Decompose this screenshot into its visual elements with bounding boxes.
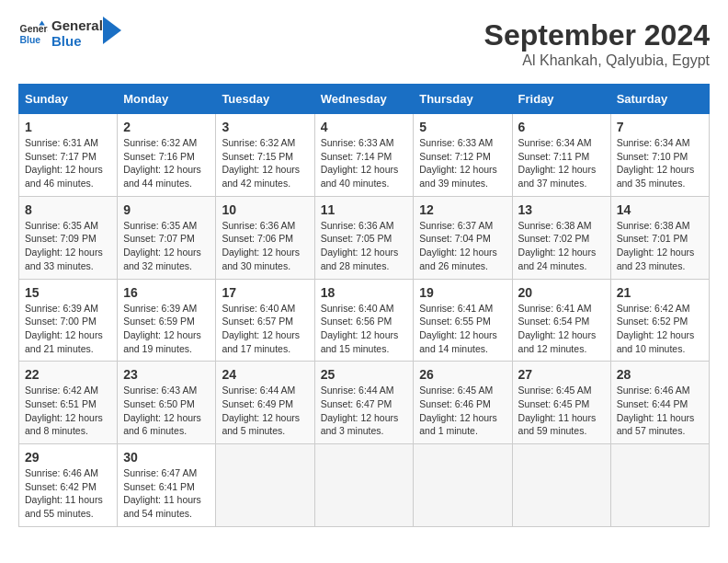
day-info: Sunrise: 6:36 AM Sunset: 7:06 PM Dayligh…: [222, 219, 308, 273]
day-info: Sunrise: 6:44 AM Sunset: 6:49 PM Dayligh…: [222, 384, 308, 438]
calendar-cell: 22 Sunrise: 6:42 AM Sunset: 6:51 PM Dayl…: [19, 362, 118, 444]
calendar-cell: [512, 444, 610, 527]
day-info: Sunrise: 6:42 AM Sunset: 6:51 PM Dayligh…: [25, 384, 111, 438]
calendar-cell: 3 Sunrise: 6:32 AM Sunset: 7:15 PM Dayli…: [216, 114, 314, 197]
header-friday: Friday: [512, 85, 610, 114]
day-info: Sunrise: 6:44 AM Sunset: 6:47 PM Dayligh…: [321, 384, 408, 438]
calendar-cell: 17 Sunrise: 6:40 AM Sunset: 6:57 PM Dayl…: [216, 279, 314, 362]
calendar-cell: 13 Sunrise: 6:38 AM Sunset: 7:02 PM Dayl…: [512, 196, 610, 279]
day-info: Sunrise: 6:38 AM Sunset: 7:01 PM Dayligh…: [617, 219, 703, 273]
day-number: 12: [419, 202, 506, 217]
day-number: 24: [222, 367, 308, 382]
day-number: 20: [518, 285, 605, 300]
day-info: Sunrise: 6:37 AM Sunset: 7:04 PM Dayligh…: [419, 219, 506, 273]
svg-text:Blue: Blue: [20, 34, 41, 44]
calendar-cell: 29 Sunrise: 6:46 AM Sunset: 6:42 PM Dayl…: [19, 444, 118, 527]
day-number: 25: [321, 367, 408, 382]
day-info: Sunrise: 6:35 AM Sunset: 7:07 PM Dayligh…: [123, 219, 210, 273]
day-info: Sunrise: 6:32 AM Sunset: 7:15 PM Dayligh…: [222, 136, 308, 190]
day-info: Sunrise: 6:46 AM Sunset: 6:42 PM Dayligh…: [25, 466, 111, 521]
day-info: Sunrise: 6:40 AM Sunset: 6:56 PM Dayligh…: [321, 302, 408, 356]
day-info: Sunrise: 6:41 AM Sunset: 6:54 PM Dayligh…: [518, 302, 605, 356]
calendar-cell: 8 Sunrise: 6:35 AM Sunset: 7:09 PM Dayli…: [19, 196, 118, 279]
day-number: 29: [25, 450, 111, 465]
calendar-cell: 25 Sunrise: 6:44 AM Sunset: 6:47 PM Dayl…: [314, 362, 414, 444]
calendar-cell: 2 Sunrise: 6:32 AM Sunset: 7:16 PM Dayli…: [118, 114, 216, 197]
day-number: 8: [25, 202, 111, 217]
day-info: Sunrise: 6:35 AM Sunset: 7:09 PM Dayligh…: [25, 219, 111, 273]
header-tuesday: Tuesday: [216, 85, 314, 114]
day-number: 9: [123, 202, 210, 217]
calendar-cell: 18 Sunrise: 6:40 AM Sunset: 6:56 PM Dayl…: [314, 279, 414, 362]
header-sunday: Sunday: [19, 85, 118, 114]
calendar-table: SundayMondayTuesdayWednesdayThursdayFrid…: [18, 84, 710, 527]
day-info: Sunrise: 6:41 AM Sunset: 6:55 PM Dayligh…: [419, 302, 506, 356]
header-saturday: Saturday: [610, 85, 709, 114]
logo-blue: Blue: [51, 34, 103, 50]
day-number: 21: [617, 285, 703, 300]
day-info: Sunrise: 6:40 AM Sunset: 6:57 PM Dayligh…: [222, 302, 308, 356]
day-number: 10: [222, 202, 308, 217]
calendar-cell: 30 Sunrise: 6:47 AM Sunset: 6:41 PM Dayl…: [118, 444, 216, 527]
day-number: 28: [617, 367, 703, 382]
page-header: General Blue General Blue September 2024…: [18, 18, 710, 69]
calendar-cell: [314, 444, 414, 527]
calendar-cell: 10 Sunrise: 6:36 AM Sunset: 7:06 PM Dayl…: [216, 196, 314, 279]
location-title: Al Khankah, Qalyubia, Egypt: [484, 52, 710, 69]
day-number: 30: [123, 450, 210, 465]
day-number: 15: [25, 285, 111, 300]
calendar-week-row: 1 Sunrise: 6:31 AM Sunset: 7:17 PM Dayli…: [19, 114, 710, 197]
calendar-week-row: 29 Sunrise: 6:46 AM Sunset: 6:42 PM Dayl…: [19, 444, 710, 527]
calendar-cell: 27 Sunrise: 6:45 AM Sunset: 6:45 PM Dayl…: [512, 362, 610, 444]
day-number: 27: [518, 367, 605, 382]
calendar-cell: 23 Sunrise: 6:43 AM Sunset: 6:50 PM Dayl…: [118, 362, 216, 444]
calendar-week-row: 22 Sunrise: 6:42 AM Sunset: 6:51 PM Dayl…: [19, 362, 710, 444]
day-number: 5: [419, 120, 506, 134]
calendar-cell: 1 Sunrise: 6:31 AM Sunset: 7:17 PM Dayli…: [19, 114, 118, 197]
day-number: 2: [123, 120, 210, 134]
day-info: Sunrise: 6:45 AM Sunset: 6:46 PM Dayligh…: [419, 384, 506, 438]
calendar-cell: 12 Sunrise: 6:37 AM Sunset: 7:04 PM Dayl…: [414, 196, 512, 279]
day-info: Sunrise: 6:46 AM Sunset: 6:44 PM Dayligh…: [617, 384, 703, 438]
day-info: Sunrise: 6:31 AM Sunset: 7:17 PM Dayligh…: [25, 136, 111, 190]
day-info: Sunrise: 6:33 AM Sunset: 7:14 PM Dayligh…: [321, 136, 408, 190]
calendar-cell: 9 Sunrise: 6:35 AM Sunset: 7:07 PM Dayli…: [118, 196, 216, 279]
day-info: Sunrise: 6:39 AM Sunset: 6:59 PM Dayligh…: [123, 302, 210, 356]
day-number: 17: [222, 285, 308, 300]
day-info: Sunrise: 6:34 AM Sunset: 7:11 PM Dayligh…: [518, 136, 605, 190]
calendar-cell: 11 Sunrise: 6:36 AM Sunset: 7:05 PM Dayl…: [314, 196, 414, 279]
day-number: 23: [123, 367, 210, 382]
day-info: Sunrise: 6:36 AM Sunset: 7:05 PM Dayligh…: [321, 219, 408, 273]
logo: General Blue General Blue: [18, 18, 121, 49]
calendar-week-row: 8 Sunrise: 6:35 AM Sunset: 7:09 PM Dayli…: [19, 196, 710, 279]
calendar-week-row: 15 Sunrise: 6:39 AM Sunset: 7:00 PM Dayl…: [19, 279, 710, 362]
day-number: 16: [123, 285, 210, 300]
day-info: Sunrise: 6:34 AM Sunset: 7:10 PM Dayligh…: [617, 136, 703, 190]
day-info: Sunrise: 6:42 AM Sunset: 6:52 PM Dayligh…: [617, 302, 703, 356]
calendar-cell: 15 Sunrise: 6:39 AM Sunset: 7:00 PM Dayl…: [19, 279, 118, 362]
day-info: Sunrise: 6:43 AM Sunset: 6:50 PM Dayligh…: [123, 384, 210, 438]
day-number: 7: [617, 120, 703, 134]
day-number: 14: [617, 202, 703, 217]
day-info: Sunrise: 6:38 AM Sunset: 7:02 PM Dayligh…: [518, 219, 605, 273]
logo-icon: General Blue: [18, 19, 48, 49]
header-monday: Monday: [118, 85, 216, 114]
day-number: 6: [518, 120, 605, 134]
day-info: Sunrise: 6:39 AM Sunset: 7:00 PM Dayligh…: [25, 302, 111, 356]
day-number: 11: [321, 202, 408, 217]
day-number: 13: [518, 202, 605, 217]
calendar-cell: 19 Sunrise: 6:41 AM Sunset: 6:55 PM Dayl…: [414, 279, 512, 362]
day-info: Sunrise: 6:47 AM Sunset: 6:41 PM Dayligh…: [123, 466, 210, 521]
day-info: Sunrise: 6:33 AM Sunset: 7:12 PM Dayligh…: [419, 136, 506, 190]
day-info: Sunrise: 6:45 AM Sunset: 6:45 PM Dayligh…: [518, 384, 605, 438]
calendar-cell: 24 Sunrise: 6:44 AM Sunset: 6:49 PM Dayl…: [216, 362, 314, 444]
calendar-cell: 7 Sunrise: 6:34 AM Sunset: 7:10 PM Dayli…: [610, 114, 709, 197]
calendar-cell: [216, 444, 314, 527]
day-number: 26: [419, 367, 506, 382]
day-number: 19: [419, 285, 506, 300]
calendar-cell: 21 Sunrise: 6:42 AM Sunset: 6:52 PM Dayl…: [610, 279, 709, 362]
day-number: 3: [222, 120, 308, 134]
header-wednesday: Wednesday: [314, 85, 414, 114]
calendar-cell: 26 Sunrise: 6:45 AM Sunset: 6:46 PM Dayl…: [414, 362, 512, 444]
calendar-cell: 28 Sunrise: 6:46 AM Sunset: 6:44 PM Dayl…: [610, 362, 709, 444]
